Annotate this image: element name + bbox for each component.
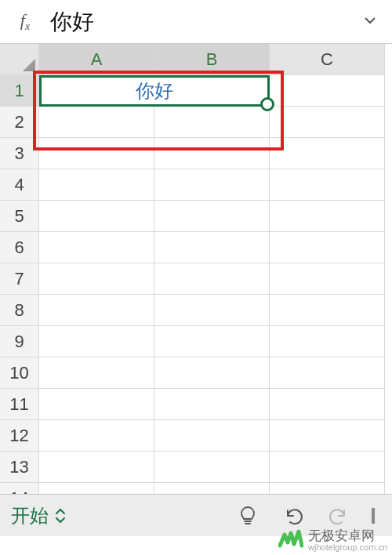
- cell[interactable]: [39, 483, 154, 494]
- cell[interactable]: [39, 232, 154, 263]
- cell[interactable]: [270, 295, 385, 326]
- select-all-corner[interactable]: [0, 44, 39, 75]
- tab-label: 开始: [11, 503, 49, 528]
- lightbulb-icon[interactable]: [229, 505, 267, 527]
- cell[interactable]: [270, 107, 385, 138]
- watermark: 无极安卓网 wjhotelgroup.com.cn: [278, 528, 387, 553]
- cell[interactable]: [154, 263, 270, 295]
- cell[interactable]: [154, 326, 270, 357]
- more-icon[interactable]: [365, 506, 381, 525]
- cell[interactable]: [270, 357, 385, 389]
- cell[interactable]: [39, 326, 154, 357]
- cell[interactable]: [270, 169, 385, 201]
- spreadsheet-grid[interactable]: ABC1你好234567891011121314: [0, 44, 392, 494]
- redo-icon: [320, 506, 358, 525]
- fx-icon[interactable]: fx: [6, 10, 44, 33]
- cell[interactable]: [270, 138, 385, 169]
- cell[interactable]: [39, 138, 154, 169]
- row-header[interactable]: 7: [0, 263, 39, 295]
- cell[interactable]: [39, 295, 154, 326]
- chevron-updown-icon: [53, 506, 67, 525]
- watermark-title: 无极安卓网: [308, 529, 387, 543]
- row-header[interactable]: 3: [0, 138, 39, 169]
- row-header[interactable]: 1: [0, 75, 39, 107]
- row-header[interactable]: 8: [0, 295, 39, 326]
- undo-icon[interactable]: [274, 506, 312, 525]
- cell[interactable]: [154, 452, 270, 483]
- row-header[interactable]: 14: [0, 483, 39, 494]
- cell[interactable]: [154, 169, 270, 201]
- row-header[interactable]: 13: [0, 452, 39, 483]
- watermark-subtitle: wjhotelgroup.com.cn: [308, 543, 387, 553]
- row-header[interactable]: 4: [0, 169, 39, 201]
- cell[interactable]: [154, 138, 270, 169]
- row-header[interactable]: 10: [0, 357, 39, 389]
- svg-rect-0: [372, 508, 375, 524]
- row-header[interactable]: 5: [0, 201, 39, 232]
- cell[interactable]: [39, 420, 154, 452]
- cell[interactable]: [154, 232, 270, 263]
- cell-a1-b1-merged[interactable]: 你好: [39, 75, 270, 107]
- row-header[interactable]: 11: [0, 389, 39, 420]
- cell[interactable]: [154, 483, 270, 494]
- row-header[interactable]: 12: [0, 420, 39, 452]
- cell[interactable]: [270, 201, 385, 232]
- cell[interactable]: [39, 452, 154, 483]
- cell[interactable]: [154, 389, 270, 420]
- cell[interactable]: [270, 232, 385, 263]
- column-header[interactable]: A: [39, 44, 154, 75]
- cell[interactable]: [270, 420, 385, 452]
- cell[interactable]: [39, 389, 154, 420]
- selection-handle[interactable]: [260, 97, 274, 111]
- row-header[interactable]: 6: [0, 232, 39, 263]
- cell[interactable]: [270, 452, 385, 483]
- formula-input[interactable]: 你好: [44, 7, 354, 37]
- row-header[interactable]: 2: [0, 107, 39, 138]
- cell[interactable]: [39, 107, 154, 138]
- cell[interactable]: [270, 483, 385, 494]
- cell[interactable]: [39, 357, 154, 389]
- formula-bar: fx 你好: [0, 0, 392, 44]
- cell[interactable]: [270, 263, 385, 295]
- cell[interactable]: [154, 107, 270, 138]
- cell[interactable]: [270, 389, 385, 420]
- cell[interactable]: [270, 75, 385, 107]
- column-header[interactable]: C: [270, 44, 385, 75]
- cell[interactable]: [39, 169, 154, 201]
- cell[interactable]: [154, 201, 270, 232]
- cell[interactable]: [154, 295, 270, 326]
- cell[interactable]: [39, 263, 154, 295]
- row-header[interactable]: 9: [0, 326, 39, 357]
- cell[interactable]: [154, 420, 270, 452]
- cell[interactable]: [39, 201, 154, 232]
- cell[interactable]: [270, 326, 385, 357]
- column-header[interactable]: B: [154, 44, 270, 75]
- expand-formula-icon[interactable]: [354, 13, 386, 31]
- cell[interactable]: [154, 357, 270, 389]
- tab-start[interactable]: 开始: [11, 503, 67, 528]
- watermark-logo-icon: [278, 528, 303, 553]
